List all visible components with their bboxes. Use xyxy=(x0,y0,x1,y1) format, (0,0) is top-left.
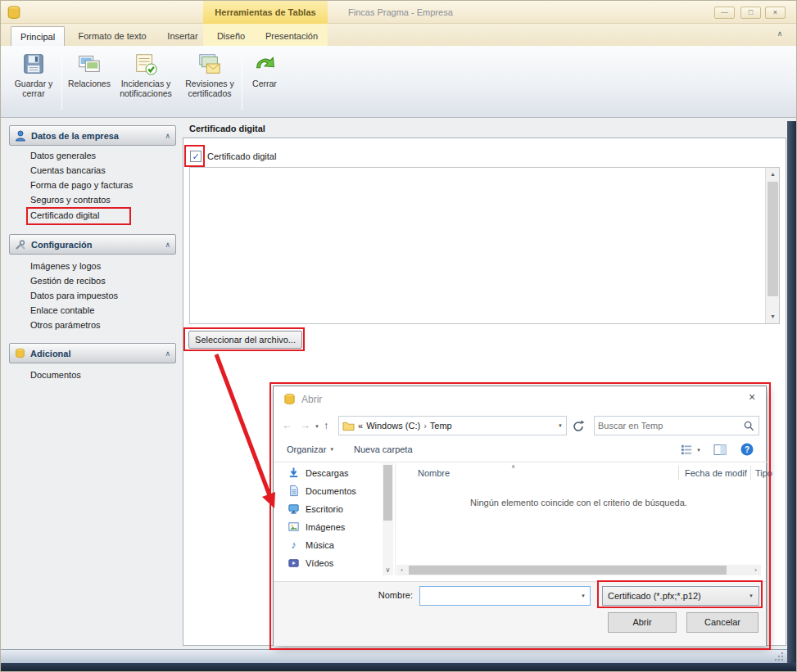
empty-folder-message: Ningún elemento coincide con el criterio… xyxy=(396,498,761,507)
cards-envelope-icon xyxy=(197,52,222,76)
help-icon[interactable]: ? xyxy=(740,443,754,456)
page-title: Certificado digital xyxy=(189,124,265,133)
dialog-title: Abrir xyxy=(301,394,322,405)
search-input[interactable] xyxy=(598,421,743,431)
scrollbar-thumb[interactable] xyxy=(768,182,778,296)
downloads-icon xyxy=(288,467,300,479)
scroll-up-icon[interactable]: ▲ xyxy=(766,168,780,181)
folder-icon xyxy=(342,421,355,431)
scrollbar-thumb[interactable] xyxy=(409,566,727,575)
filetype-combo[interactable]: Certificado (*.pfx;*.p12) ▼ xyxy=(602,586,759,606)
cerrar-button[interactable]: Cerrar xyxy=(246,49,283,113)
column-header-tipo[interactable]: Tipo xyxy=(755,468,772,478)
address-dropdown-icon[interactable]: ▼ xyxy=(558,423,563,428)
sidebar-item-forma-de-pago[interactable]: Forma de pago y facturas xyxy=(30,180,133,193)
tab-presentacion[interactable]: Presentación xyxy=(258,26,325,46)
nav-item-documentos[interactable]: Documentos xyxy=(288,485,356,497)
nav-scrollbar[interactable] xyxy=(383,463,393,565)
scrollbar-thumb[interactable] xyxy=(383,465,392,521)
sidebar-item-certificado-digital[interactable]: Certificado digital xyxy=(30,210,99,223)
preview-pane-icon[interactable] xyxy=(713,444,727,456)
breadcrumb-separator-icon: › xyxy=(423,421,427,431)
scroll-down-icon[interactable]: ∨ xyxy=(383,565,393,575)
sidebar-item-gestion-recibos[interactable]: Gestión de recibos xyxy=(30,276,106,289)
sidebar-item-imagenes-logos[interactable]: Imágenes y logos xyxy=(30,261,101,274)
forward-icon[interactable]: → xyxy=(300,419,310,431)
tab-diseno[interactable]: Diseño xyxy=(211,26,251,46)
search-box[interactable] xyxy=(594,416,759,435)
breadcrumb-segment[interactable]: Temp xyxy=(430,421,452,431)
sidebar-item-otros-parametros[interactable]: Otros parámetros xyxy=(30,320,101,333)
scroll-left-icon[interactable]: ‹ xyxy=(396,565,407,575)
resize-grip[interactable] xyxy=(774,652,784,661)
sidebar-section-configuracion[interactable]: Configuración ∧ xyxy=(9,234,176,255)
select-file-button[interactable]: Seleccionar del archivo... xyxy=(188,331,302,349)
cancel-button[interactable]: Cancelar xyxy=(686,612,759,633)
window-title: Fincas Pragma - Empresa xyxy=(348,7,453,17)
dialog-close-icon[interactable]: × xyxy=(742,390,762,407)
database-icon xyxy=(15,348,25,359)
sidebar-item-datos-generales[interactable]: Datos generales xyxy=(30,151,96,164)
horizontal-scrollbar[interactable]: ‹ › xyxy=(396,565,761,575)
column-header-fecha[interactable]: Fecha de modifica... xyxy=(685,468,747,478)
scroll-right-icon[interactable]: › xyxy=(750,565,761,575)
chevron-up-icon: ∧ xyxy=(165,241,170,249)
sidebar-section-adicional[interactable]: Adicional ∧ xyxy=(9,343,176,363)
tab-principal[interactable]: Principal xyxy=(11,26,65,46)
column-separator[interactable] xyxy=(750,466,751,480)
up-icon[interactable]: ↑ xyxy=(324,419,329,431)
green-arrow-icon xyxy=(252,52,277,76)
relaciones-button[interactable]: Relaciones xyxy=(66,49,112,113)
refresh-icon[interactable] xyxy=(572,420,585,433)
nav-item-escritorio[interactable]: Escritorio xyxy=(288,503,343,515)
incidencias-button[interactable]: Incidencias y notificaciones xyxy=(115,49,177,113)
chevron-up-icon: ∧ xyxy=(165,350,170,358)
maximize-button[interactable]: □ xyxy=(740,7,761,19)
revisiones-button[interactable]: Revisiones y certificados xyxy=(180,49,239,113)
app-window: Herramientas de Tablas Fincas Pragma - E… xyxy=(0,0,797,672)
certificate-textarea[interactable]: ▲ ▼ xyxy=(189,167,780,324)
sidebar-item-datos-impuestos[interactable]: Datos para impuestos xyxy=(30,291,118,304)
tab-formato-de-texto[interactable]: Formato de texto xyxy=(70,26,155,46)
filename-combo[interactable]: ▼ xyxy=(419,586,591,606)
nav-item-imagenes[interactable]: Imágenes xyxy=(288,521,345,533)
status-bar xyxy=(1,649,797,663)
breadcrumb-collapsed[interactable]: « xyxy=(358,421,363,431)
organize-button[interactable]: Organizar ▼ xyxy=(287,444,334,454)
collapse-ribbon-button[interactable]: ∧ xyxy=(772,29,788,38)
open-button[interactable]: Abrir xyxy=(608,612,677,633)
view-mode-button[interactable]: ▼ xyxy=(681,444,701,456)
person-icon xyxy=(15,130,26,142)
tab-insertar[interactable]: Insertar xyxy=(160,26,206,46)
note-check-icon xyxy=(134,52,158,76)
column-separator[interactable] xyxy=(678,466,679,480)
sidebar-item-enlace-contable[interactable]: Enlace contable xyxy=(30,305,94,318)
back-icon[interactable]: ← xyxy=(282,419,292,431)
pictures-icon xyxy=(288,521,300,533)
chevron-down-icon: ▼ xyxy=(696,448,701,453)
history-dropdown-icon[interactable]: ▼ xyxy=(315,424,319,429)
open-file-dialog: Abrir × ← → ▼ ↑ « Windows (C:) › Temp ▼ xyxy=(273,386,767,646)
new-folder-button[interactable]: Nueva carpeta xyxy=(354,444,413,454)
certificado-digital-checkbox[interactable]: ✓ xyxy=(190,151,202,162)
sidebar-section-datos-empresa[interactable]: Datos de la empresa ∧ xyxy=(9,125,176,146)
vertical-scrollbar[interactable]: ▲ ▼ xyxy=(765,168,779,323)
column-header-nombre[interactable]: Nombre xyxy=(418,468,450,478)
breadcrumb-segment[interactable]: Windows (C:) xyxy=(366,421,420,431)
sidebar-item-cuentas-bancarias[interactable]: Cuentas bancarias xyxy=(30,165,106,178)
sidebar-item-documentos[interactable]: Documentos xyxy=(30,370,81,383)
nav-item-descargas[interactable]: Descargas xyxy=(288,467,349,479)
scroll-down-icon[interactable]: ▼ xyxy=(766,310,780,323)
address-bar[interactable]: « Windows (C:) › Temp ▼ xyxy=(338,416,567,435)
close-button[interactable]: × xyxy=(765,7,786,19)
filename-input[interactable] xyxy=(420,591,581,601)
videos-icon xyxy=(288,557,300,569)
contextual-tab-group-title: Herramientas de Tablas xyxy=(203,1,328,24)
nav-item-videos[interactable]: Vídeos xyxy=(288,557,333,569)
chevron-up-icon: ∧ xyxy=(777,29,783,38)
sidebar-item-seguros-contratos[interactable]: Seguros y contratos xyxy=(30,195,111,208)
minimize-button[interactable]: — xyxy=(714,7,735,19)
save-and-close-button[interactable]: Guardar y cerrar xyxy=(11,49,57,113)
pane-divider xyxy=(395,463,396,575)
nav-item-musica[interactable]: ♪ Música xyxy=(288,539,334,551)
